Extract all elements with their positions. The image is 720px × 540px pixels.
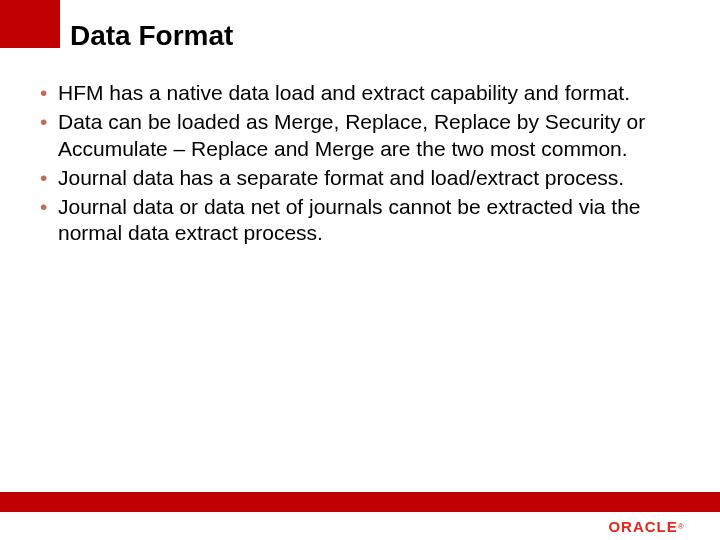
slide-title: Data Format — [70, 20, 233, 52]
accent-block — [0, 0, 60, 48]
brand-logo-text: ORACLE — [608, 518, 677, 535]
registered-icon: ® — [678, 522, 684, 531]
list-item: HFM has a native data load and extract c… — [38, 80, 680, 107]
list-item: Journal data or data net of journals can… — [38, 194, 680, 248]
footer-bar — [0, 492, 720, 512]
slide-content: HFM has a native data load and extract c… — [38, 80, 680, 249]
list-item: Data can be loaded as Merge, Replace, Re… — [38, 109, 680, 163]
slide: Data Format HFM has a native data load a… — [0, 0, 720, 540]
bullet-list: HFM has a native data load and extract c… — [38, 80, 680, 247]
list-item: Journal data has a separate format and l… — [38, 165, 680, 192]
brand-logo: ORACLE® — [596, 516, 696, 536]
